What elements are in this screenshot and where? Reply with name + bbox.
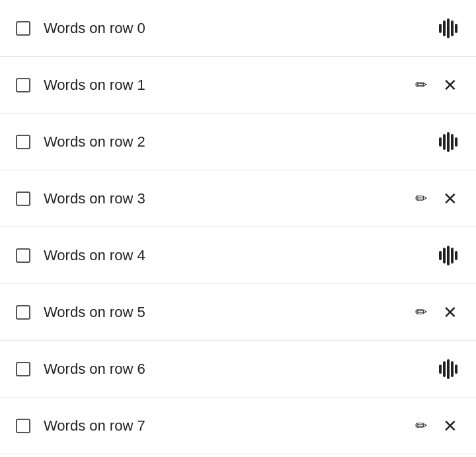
edit-button-row-7[interactable]: ✏ — [413, 415, 430, 437]
checkbox-row-6[interactable] — [16, 362, 30, 376]
row-label-3: Words on row 3 — [44, 190, 145, 207]
list-item-row-2: Words on row 2 — [0, 114, 476, 170]
row-right-2 — [436, 129, 460, 155]
row-left-5: Words on row 5 — [16, 304, 145, 321]
audio-waveform-icon-row-0 — [439, 18, 457, 38]
edit-button-row-1[interactable]: ✏ — [413, 74, 430, 96]
row-label-5: Words on row 5 — [44, 304, 145, 321]
row-right-4 — [436, 243, 460, 268]
row-list: Words on row 0Words on row 1✏✕Words on r… — [0, 0, 476, 454]
close-button-row-3[interactable]: ✕ — [440, 188, 460, 210]
audio-waveform-icon-row-2 — [439, 132, 457, 152]
list-item-row-7: Words on row 7✏✕ — [0, 398, 476, 454]
audio-waveform-icon-row-6 — [439, 359, 457, 379]
row-label-7: Words on row 7 — [44, 417, 145, 435]
row-label-0: Words on row 0 — [44, 20, 145, 37]
row-label-1: Words on row 1 — [44, 77, 145, 94]
list-item-row-0: Words on row 0 — [0, 0, 476, 57]
edit-icon-row-1: ✏ — [415, 77, 427, 94]
row-label-6: Words on row 6 — [44, 361, 145, 378]
row-right-7: ✏✕ — [413, 415, 460, 437]
checkbox-row-7[interactable] — [16, 419, 30, 433]
edit-button-row-5[interactable]: ✏ — [413, 301, 430, 324]
row-left-1: Words on row 1 — [16, 77, 145, 94]
row-left-0: Words on row 0 — [16, 20, 145, 37]
checkbox-row-4[interactable] — [16, 248, 30, 263]
row-left-4: Words on row 4 — [16, 247, 145, 264]
checkbox-row-5[interactable] — [16, 305, 30, 320]
audio-button-row-2[interactable] — [436, 129, 460, 155]
row-label-4: Words on row 4 — [44, 247, 145, 264]
checkbox-row-1[interactable] — [16, 78, 30, 92]
edit-icon-row-3: ✏ — [415, 190, 427, 207]
list-item-row-6: Words on row 6 — [0, 341, 476, 398]
close-icon-row-1: ✕ — [443, 77, 457, 94]
list-item-row-3: Words on row 3✏✕ — [0, 170, 476, 227]
row-right-3: ✏✕ — [413, 188, 460, 210]
row-right-6 — [436, 357, 460, 382]
close-icon-row-7: ✕ — [443, 417, 457, 435]
close-button-row-7[interactable]: ✕ — [440, 415, 460, 437]
checkbox-row-0[interactable] — [16, 21, 30, 36]
close-button-row-1[interactable]: ✕ — [440, 74, 460, 96]
edit-button-row-3[interactable]: ✏ — [413, 188, 430, 210]
checkbox-row-3[interactable] — [16, 192, 30, 206]
close-icon-row-5: ✕ — [443, 304, 457, 321]
row-right-1: ✏✕ — [413, 74, 460, 96]
row-right-0 — [436, 16, 460, 41]
close-button-row-5[interactable]: ✕ — [440, 301, 460, 324]
list-item-row-5: Words on row 5✏✕ — [0, 284, 476, 341]
list-item-row-4: Words on row 4 — [0, 227, 476, 284]
edit-icon-row-5: ✏ — [415, 304, 427, 321]
audio-button-row-0[interactable] — [436, 16, 460, 41]
audio-button-row-4[interactable] — [436, 243, 460, 268]
row-left-7: Words on row 7 — [16, 417, 145, 435]
row-right-5: ✏✕ — [413, 301, 460, 324]
list-item-row-1: Words on row 1✏✕ — [0, 57, 476, 114]
row-label-2: Words on row 2 — [44, 133, 145, 151]
row-left-6: Words on row 6 — [16, 361, 145, 378]
row-left-3: Words on row 3 — [16, 190, 145, 207]
close-icon-row-3: ✕ — [443, 190, 457, 207]
checkbox-row-2[interactable] — [16, 135, 30, 149]
audio-button-row-6[interactable] — [436, 357, 460, 382]
edit-icon-row-7: ✏ — [415, 417, 427, 435]
audio-waveform-icon-row-4 — [439, 246, 457, 265]
row-left-2: Words on row 2 — [16, 133, 145, 151]
